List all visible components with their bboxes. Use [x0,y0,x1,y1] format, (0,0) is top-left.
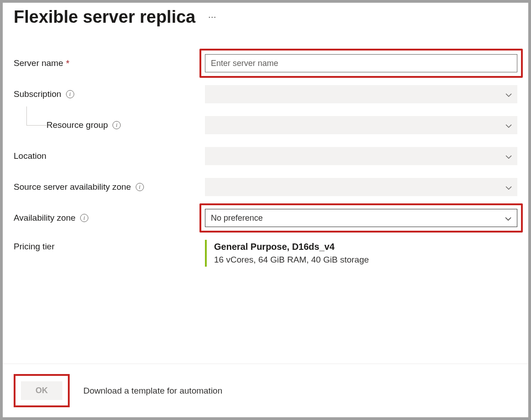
label-availability-zone: Availability zone i [14,213,205,223]
chevron-down-icon [505,184,512,190]
chevron-down-icon [505,153,512,159]
input-col [205,85,517,103]
resource-group-select[interactable] [205,116,517,134]
hierarchy-connector [26,106,46,126]
blade-panel: Flexible server replica ··· Server name … [3,3,528,417]
label-resource-group: Resource group i [14,120,205,130]
label-text: Resource group [46,120,108,130]
info-icon[interactable]: i [112,121,121,129]
subscription-select[interactable] [205,85,517,103]
input-col [205,116,517,134]
chevron-down-icon [505,91,512,97]
label-text: Server name [14,58,63,68]
label-text: Source server availability zone [14,182,131,192]
source-az-select[interactable] [205,178,517,196]
info-icon[interactable]: i [80,214,88,222]
chevron-down-icon [505,122,512,128]
more-actions-icon[interactable]: ··· [206,10,218,24]
label-source-az: Source server availability zone i [14,182,205,192]
availability-zone-select[interactable]: No preference [205,209,517,227]
input-col [205,178,517,196]
blade-content: Flexible server replica ··· Server name … [3,3,528,364]
label-text: Subscription [14,89,61,99]
row-availability-zone: Availability zone i No preference [14,209,517,227]
label-subscription: Subscription i [14,89,205,99]
page-title: Flexible server replica [14,7,195,27]
required-indicator: * [66,58,70,69]
row-source-az: Source server availability zone i [14,178,517,196]
input-col: General Purpose, D16ds_v4 16 vCores, 64 … [205,240,517,267]
server-name-input[interactable] [205,54,517,72]
pricing-tier-info: General Purpose, D16ds_v4 16 vCores, 64 … [205,240,517,267]
row-location: Location [14,147,517,165]
row-pricing-tier: Pricing tier General Purpose, D16ds_v4 1… [14,240,517,267]
info-icon[interactable]: i [66,90,74,98]
label-pricing-tier: Pricing tier [14,240,205,252]
location-select[interactable] [205,147,517,165]
row-server-name: Server name * [14,54,517,72]
label-text: Location [14,151,46,161]
input-col [205,147,517,165]
pricing-tier-detail: 16 vCores, 64 GiB RAM, 40 GiB storage [214,255,510,265]
row-subscription: Subscription i [14,85,517,103]
input-col: No preference [205,209,517,227]
title-row: Flexible server replica ··· [14,7,517,27]
pricing-tier-title: General Purpose, D16ds_v4 [214,242,510,252]
label-text: Availability zone [14,213,76,223]
highlight-availability-zone: No preference [199,203,523,233]
row-resource-group: Resource group i [14,116,517,134]
label-text: Pricing tier [14,242,55,252]
info-icon[interactable]: i [136,183,144,191]
input-col [205,54,517,72]
label-location: Location [14,151,205,161]
ok-button[interactable]: OK [21,381,62,400]
chevron-down-icon [505,215,511,221]
highlight-server-name [199,49,523,78]
blade-footer: OK Download a template for automation [3,364,528,417]
label-server-name: Server name * [14,58,205,69]
select-value: No preference [211,213,263,223]
highlight-ok-button: OK [14,374,70,407]
download-template-link[interactable]: Download a template for automation [83,386,222,396]
